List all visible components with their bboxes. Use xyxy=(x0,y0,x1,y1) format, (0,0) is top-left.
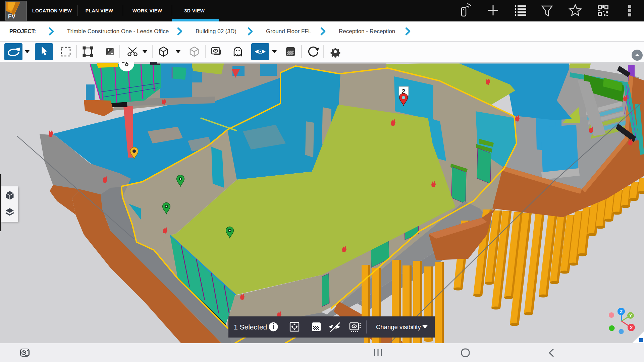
svg-text:Z: Z xyxy=(620,309,623,314)
svg-text:X: X xyxy=(630,325,633,330)
svg-text:Change visibility: Change visibility xyxy=(376,323,421,330)
svg-text:Y: Y xyxy=(629,313,632,318)
